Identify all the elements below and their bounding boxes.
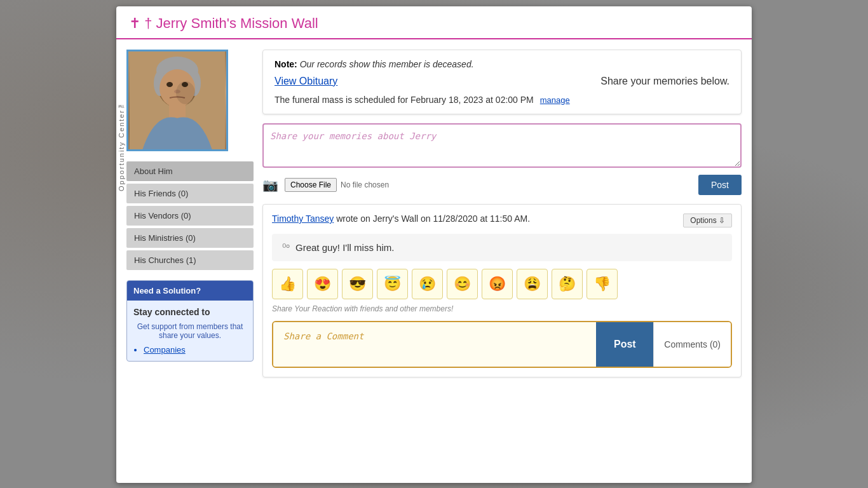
reaction-smiling[interactable]: 😊 bbox=[447, 269, 478, 299]
reaction-angry[interactable]: 😡 bbox=[482, 269, 513, 299]
reaction-weary[interactable]: 😩 bbox=[517, 269, 548, 299]
reactions-caption: Share Your Reaction with friends and oth… bbox=[272, 304, 732, 313]
page-title: ✝ † Jerry Smith's Mission Wall bbox=[129, 15, 739, 32]
need-solution-box: Need a Solution? Stay connected to Get s… bbox=[126, 280, 254, 362]
choose-file-btn[interactable]: Choose File bbox=[285, 178, 337, 192]
cross-icon: ✝ bbox=[129, 15, 140, 31]
memory-input-area: 📷 Choose File No file chosen Post bbox=[262, 123, 742, 195]
notice-box: Note: Our records show this member is de… bbox=[262, 50, 742, 114]
wall-post-author: Timothy Tansey wrote on Jerry's Wall on … bbox=[272, 214, 530, 224]
svg-rect-9 bbox=[169, 105, 186, 118]
manage-link[interactable]: manage bbox=[540, 95, 570, 105]
main-content: Note: Our records show this member is de… bbox=[262, 50, 742, 386]
view-obituary-link[interactable]: View Obituary bbox=[275, 76, 337, 87]
wall-post: Timothy Tansey wrote on Jerry's Wall on … bbox=[262, 204, 742, 377]
reaction-thumbsdown[interactable]: 👎 bbox=[587, 269, 618, 299]
wrote-text: wrote on Jerry's Wall on 11/28/2020 at 1… bbox=[334, 214, 530, 224]
post-icon: ⁰ᵒ bbox=[282, 241, 290, 254]
note-text: Our records show this member is deceased… bbox=[300, 59, 474, 69]
svg-point-10 bbox=[176, 81, 195, 104]
svg-point-6 bbox=[166, 82, 173, 87]
notice-links: View Obituary Share your memories below. bbox=[275, 76, 729, 87]
need-solution-header: Need a Solution? bbox=[127, 281, 253, 301]
comments-count: Comments (0) bbox=[653, 322, 731, 367]
need-solution-list: Companies bbox=[133, 345, 247, 355]
post-memory-btn[interactable]: Post bbox=[698, 175, 742, 195]
funeral-line: The funeral mass is scheduled for Februa… bbox=[275, 95, 729, 105]
nav-item-churches[interactable]: His Churches (1) bbox=[126, 250, 254, 270]
reaction-thinking[interactable]: 🤔 bbox=[552, 269, 583, 299]
post-comment-btn[interactable]: Post bbox=[596, 322, 653, 367]
need-solution-sub: Get support from members that share your… bbox=[133, 322, 247, 340]
list-item-companies[interactable]: Companies bbox=[144, 345, 247, 355]
share-comment-area: Post Comments (0) bbox=[272, 321, 732, 368]
note-label: Note: bbox=[275, 59, 297, 69]
funeral-text: The funeral mass is scheduled for Februa… bbox=[275, 95, 534, 105]
options-btn[interactable]: Options ⇩ bbox=[683, 214, 732, 227]
author-link[interactable]: Timothy Tansey bbox=[272, 214, 334, 224]
memory-textarea[interactable] bbox=[262, 123, 742, 168]
vertical-label: Opportunity Center™ bbox=[118, 100, 125, 191]
note-line: Note: Our records show this member is de… bbox=[275, 59, 729, 69]
nav-menu: About Him His Friends (0) His Vendors (0… bbox=[126, 161, 254, 270]
wall-post-header: Timothy Tansey wrote on Jerry's Wall on … bbox=[272, 214, 732, 227]
camera-icon[interactable]: 📷 bbox=[262, 177, 278, 193]
sidebar: Opportunity Center™ bbox=[126, 50, 254, 386]
reaction-heart-eyes[interactable]: 😍 bbox=[307, 269, 338, 299]
upload-row: 📷 Choose File No file chosen Post bbox=[262, 175, 742, 195]
stay-connected-text: Stay connected to bbox=[133, 307, 247, 317]
reaction-crying[interactable]: 😢 bbox=[412, 269, 443, 299]
reaction-sunglasses[interactable]: 😎 bbox=[342, 269, 373, 299]
no-file-text: No file chosen bbox=[341, 180, 389, 189]
reaction-thumbsup[interactable]: 👍 bbox=[272, 269, 303, 299]
reactions-row: 👍 😍 😎 😇 😢 😊 😡 😩 🤔 👎 bbox=[272, 269, 732, 299]
post-text: Great guy! I'll miss him. bbox=[295, 242, 394, 253]
post-content: ⁰ᵒ Great guy! I'll miss him. bbox=[272, 234, 732, 261]
nav-item-vendors[interactable]: His Vendors (0) bbox=[126, 206, 254, 226]
reaction-halo[interactable]: 😇 bbox=[377, 269, 408, 299]
nav-item-ministries[interactable]: His Ministries (0) bbox=[126, 228, 254, 248]
nav-item-about[interactable]: About Him bbox=[126, 161, 254, 181]
page-header: ✝ † Jerry Smith's Mission Wall bbox=[116, 6, 752, 39]
share-memories-text: Share your memories below. bbox=[600, 76, 729, 87]
profile-photo bbox=[126, 50, 228, 151]
nav-item-friends[interactable]: His Friends (0) bbox=[126, 184, 254, 203]
file-input-label[interactable]: Choose File No file chosen bbox=[285, 178, 389, 192]
share-comment-input[interactable] bbox=[273, 322, 596, 367]
